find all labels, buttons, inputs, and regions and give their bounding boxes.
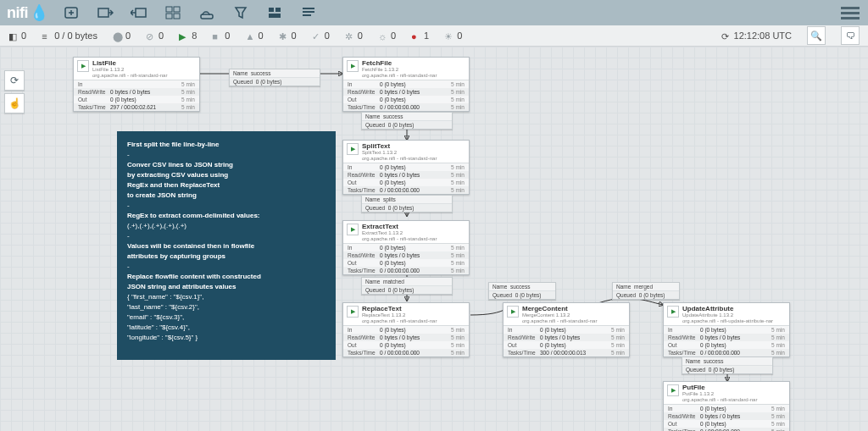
connection-success-3[interactable]: Name success Queued 0 (0 bytes)	[488, 282, 556, 300]
add-processor-icon[interactable]	[60, 3, 82, 23]
processor-putfile[interactable]: ▶ PutFilePutFile 1.13.2org.apache.nifi -…	[663, 381, 790, 431]
refresh-count: ✲0	[345, 30, 363, 41]
connection-merged[interactable]: Name merged Queued 0 (0 bytes)	[612, 282, 680, 300]
processor-extracttext[interactable]: ▶ ExtractTextExtractText 1.13.2org.apach…	[342, 220, 470, 275]
nifi-logo: nifi💧	[7, 3, 48, 22]
processor-replacetext[interactable]: ▶ ReplaceTextReplaceText 1.13.2org.apach…	[342, 302, 470, 357]
status-bar: ◧0 ≡0 / 0 bytes ⬤0 ⊘0 ▶8 ■0 ▲0 ✱0 ✓0 ✲0 …	[0, 25, 868, 47]
connection-splits[interactable]: Name splits Queued 0 (0 bytes)	[361, 195, 453, 213]
connection-success-1[interactable]: Name success Queued 0 (0 bytes)	[229, 69, 320, 86]
svg-rect-6	[174, 14, 180, 19]
connection-matched[interactable]: Name matched Queued 0 (0 bytes)	[361, 277, 453, 295]
bulletin-button[interactable]: 🗨	[841, 26, 860, 45]
connection-success-4[interactable]: Name success Queued 0 (0 bytes)	[682, 356, 773, 374]
processor-listfile[interactable]: ▶ ListFileListFile 1.13.2org.apache.nifi…	[73, 57, 200, 112]
flow-canvas[interactable]: ⟳ ☝ First split the file line-by-line- C…	[0, 47, 868, 431]
svg-rect-2	[136, 8, 146, 17]
add-input-port-icon[interactable]	[94, 3, 116, 23]
run-status-icon: ▶	[351, 63, 355, 69]
processor-mergecontent[interactable]: ▶ MergeContentMergeContent 1.13.2org.apa…	[503, 302, 630, 357]
add-output-port-icon[interactable]	[128, 3, 150, 23]
active-threads: ◧0	[8, 30, 26, 41]
up-count: ✱0	[279, 30, 297, 41]
search-button[interactable]: 🔍	[807, 26, 826, 45]
processor-updateattribute[interactable]: ▶ UpdateAttributeUpdateAttribute 1.13.2o…	[663, 302, 790, 357]
warn-count: ▲0	[245, 30, 263, 41]
add-funnel-icon[interactable]	[230, 3, 252, 23]
run-status-icon: ▶	[81, 63, 86, 69]
running-count: ▶8	[179, 30, 197, 41]
add-label-icon[interactable]	[298, 3, 320, 23]
run-status-icon: ▶	[671, 387, 676, 394]
svg-rect-8	[269, 8, 274, 12]
svg-rect-7	[201, 14, 213, 19]
last-refresh: ⟳12:12:08 UTC	[721, 30, 792, 41]
run-status-icon: ▶	[351, 146, 355, 152]
error-count: ●1	[411, 30, 429, 41]
svg-rect-4	[174, 7, 180, 12]
transmitting-count: ■0	[212, 30, 230, 41]
add-template-icon[interactable]	[264, 3, 286, 23]
global-menu-button[interactable]	[839, 3, 861, 23]
svg-rect-5	[166, 14, 172, 19]
info-count: ☀0	[444, 30, 462, 41]
label-note[interactable]: First split the file line-by-line- Conve…	[117, 131, 336, 360]
run-status-icon: ▶	[351, 226, 355, 233]
invalid-count: ⊘0	[146, 30, 164, 41]
add-remote-group-icon[interactable]	[196, 3, 218, 23]
toggle-birdseye-button[interactable]: ⟳	[4, 70, 25, 91]
processor-fetchfile[interactable]: ▶ FetchFileFetchFile 1.13.2org.apache.ni…	[342, 57, 470, 112]
stopped-count: ⬤0	[113, 30, 131, 41]
operate-palette-button[interactable]: ☝	[4, 93, 25, 113]
run-status-icon: ▶	[671, 308, 676, 315]
run-status-icon: ▶	[351, 308, 355, 315]
svg-rect-10	[269, 14, 281, 18]
run-status-icon: ▶	[511, 308, 515, 315]
brand-bar: nifi💧	[0, 0, 868, 25]
remote-count: ☼0	[378, 30, 396, 41]
svg-rect-3	[166, 7, 172, 12]
svg-rect-1	[98, 8, 108, 17]
navigate-palette: ⟳ ☝	[4, 70, 25, 113]
processor-splittext[interactable]: ▶ SplitTextSplitText 1.13.2org.apache.ni…	[342, 140, 470, 195]
svg-rect-9	[275, 8, 281, 12]
queued-count: ≡0 / 0 bytes	[42, 30, 97, 41]
add-process-group-icon[interactable]	[162, 3, 184, 23]
connection-success-2[interactable]: Name success Queued 0 (0 bytes)	[361, 112, 453, 130]
sync-count: ✓0	[312, 30, 330, 41]
